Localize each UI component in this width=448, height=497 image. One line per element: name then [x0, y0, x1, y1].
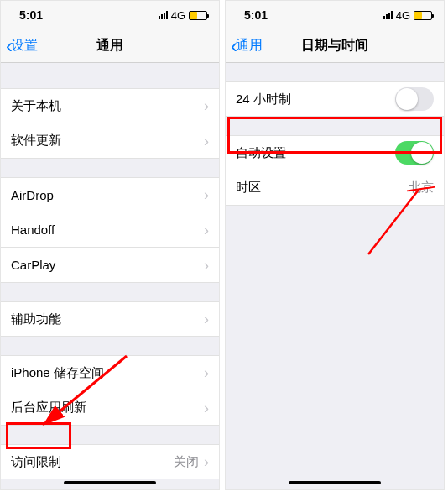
network-label: 4G: [171, 9, 185, 22]
signal-icon: [159, 11, 168, 19]
chevron-right-icon: ›: [204, 400, 209, 416]
chevron-right-icon: ›: [204, 98, 209, 113]
chevron-right-icon: ›: [204, 187, 209, 202]
battery-icon: [414, 11, 432, 20]
back-button[interactable]: ‹ 设置: [6, 36, 38, 56]
chevron-right-icon: ›: [204, 258, 209, 273]
page-title: 通用: [96, 37, 123, 55]
cell-software-update[interactable]: 软件更新 ›: [1, 123, 219, 159]
cell-carplay[interactable]: CarPlay ›: [1, 248, 219, 283]
page-title: 日期与时间: [301, 37, 368, 55]
toggle-autoset[interactable]: [395, 141, 434, 165]
status-right: 4G: [159, 9, 207, 22]
group-about: 关于本机 › 软件更新 ›: [1, 88, 219, 159]
cell-handoff[interactable]: Handoff ›: [1, 212, 219, 248]
cell-label: 访问限制: [11, 454, 61, 470]
group-airdrop: AirDrop › Handoff › CarPlay ›: [1, 177, 219, 283]
back-label: 通用: [236, 37, 263, 55]
network-label: 4G: [396, 9, 410, 22]
cell-background-refresh[interactable]: 后台应用刷新 ›: [1, 390, 219, 426]
cell-label: 自动设置: [236, 145, 286, 161]
phone-right: 5:01 4G ‹ 通用 日期与时间 24 小时制 自动设置 时区 北京: [225, 0, 445, 490]
cell-storage[interactable]: iPhone 储存空间 ›: [1, 355, 219, 390]
cell-airdrop[interactable]: AirDrop ›: [1, 177, 219, 212]
cell-about[interactable]: 关于本机 ›: [1, 88, 219, 123]
home-indicator: [64, 481, 156, 484]
group-storage: iPhone 储存空间 › 后台应用刷新 ›: [1, 355, 219, 426]
chevron-right-icon: ›: [204, 311, 209, 327]
cell-value: 北京: [409, 180, 434, 196]
nav-bar: ‹ 通用 日期与时间: [226, 29, 444, 63]
cell-timezone[interactable]: 时区 北京: [226, 170, 444, 206]
group-accessibility: 辅助功能 ›: [1, 301, 219, 337]
cell-label: Handoff: [11, 222, 55, 237]
cell-restrictions[interactable]: 访问限制 关闭 ›: [1, 444, 219, 479]
group-hour: 24 小时制: [226, 81, 444, 117]
status-time: 5:01: [244, 8, 268, 22]
back-label: 设置: [11, 37, 38, 55]
cell-label: 24 小时制: [236, 92, 291, 107]
cell-label: 辅助功能: [11, 311, 61, 327]
toggle-24hour[interactable]: [395, 87, 434, 111]
cell-autoset[interactable]: 自动设置: [226, 135, 444, 170]
cell-label: 后台应用刷新: [11, 400, 86, 416]
cell-value: 关闭: [174, 454, 199, 470]
cell-label: iPhone 储存空间: [11, 365, 104, 381]
chevron-right-icon: ›: [204, 133, 209, 149]
phone-left: 5:01 4G ‹ 设置 通用 关于本机 › 软件更新 › AirDrop › …: [0, 0, 220, 490]
battery-icon: [189, 11, 207, 20]
status-bar: 5:01 4G: [226, 1, 444, 29]
nav-bar: ‹ 设置 通用: [1, 29, 219, 63]
cell-label: 关于本机: [11, 98, 61, 114]
status-time: 5:01: [19, 8, 43, 22]
home-indicator: [289, 481, 381, 484]
chevron-right-icon: ›: [204, 222, 209, 238]
cell-label: AirDrop: [11, 188, 54, 202]
chevron-right-icon: ›: [204, 365, 209, 380]
cell-label: CarPlay: [11, 258, 55, 272]
group-autoset: 自动设置 时区 北京: [226, 135, 444, 206]
status-bar: 5:01 4G: [1, 1, 219, 29]
cell-label: 软件更新: [11, 133, 61, 149]
back-button[interactable]: ‹ 通用: [231, 36, 263, 56]
chevron-right-icon: ›: [204, 454, 209, 469]
cell-accessibility[interactable]: 辅助功能 ›: [1, 301, 219, 337]
status-right: 4G: [383, 9, 432, 22]
group-restrictions: 访问限制 关闭 ›: [1, 444, 219, 479]
signal-icon: [383, 11, 393, 19]
cell-24hour[interactable]: 24 小时制: [226, 81, 444, 117]
cell-label: 时区: [236, 180, 261, 196]
